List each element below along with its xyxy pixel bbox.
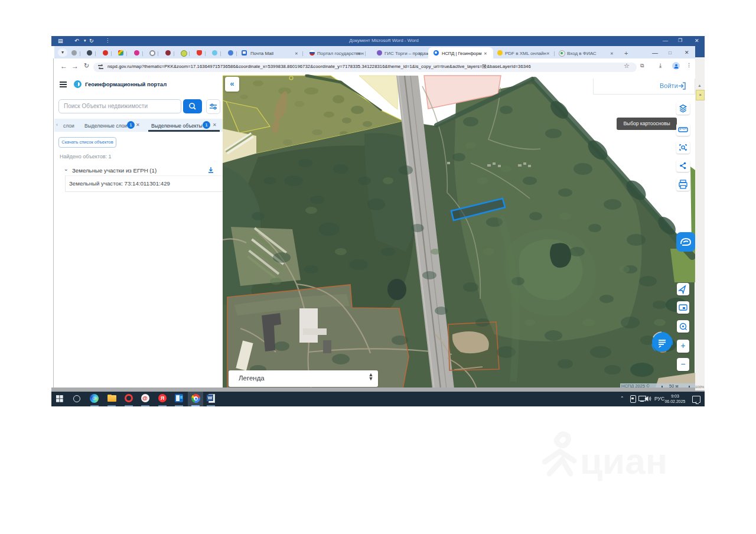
svg-text:циан: циан: [580, 441, 667, 481]
